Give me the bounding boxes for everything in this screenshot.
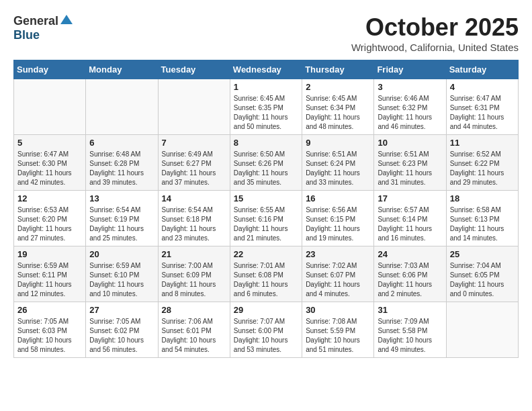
calendar-table: SundayMondayTuesdayWednesdayThursdayFrid… — [13, 60, 519, 358]
calendar-cell: 17Sunrise: 6:57 AM Sunset: 6:14 PM Dayli… — [374, 191, 446, 246]
day-info: Sunrise: 6:45 AM Sunset: 6:34 PM Dayligh… — [306, 94, 370, 132]
calendar-cell — [14, 79, 86, 135]
calendar-week-row: 1Sunrise: 6:45 AM Sunset: 6:35 PM Daylig… — [14, 79, 519, 135]
day-info: Sunrise: 7:06 AM Sunset: 6:01 PM Dayligh… — [162, 317, 226, 355]
day-number: 16 — [306, 193, 370, 203]
day-info: Sunrise: 6:47 AM Sunset: 6:31 PM Dayligh… — [450, 94, 515, 132]
calendar-week-row: 19Sunrise: 6:59 AM Sunset: 6:11 PM Dayli… — [14, 246, 519, 302]
location-text: Wrightwood, California, United States — [351, 42, 519, 53]
calendar-cell: 12Sunrise: 6:53 AM Sunset: 6:20 PM Dayli… — [14, 191, 86, 246]
page-header: General Blue October 2025 Wrightwood, Ca… — [13, 13, 519, 53]
day-info: Sunrise: 7:04 AM Sunset: 6:05 PM Dayligh… — [450, 261, 515, 299]
calendar-cell: 15Sunrise: 6:55 AM Sunset: 6:16 PM Dayli… — [230, 191, 302, 246]
day-number: 4 — [450, 82, 515, 92]
calendar-cell: 28Sunrise: 7:06 AM Sunset: 6:01 PM Dayli… — [158, 302, 230, 358]
day-number: 28 — [162, 305, 226, 315]
calendar-week-row: 26Sunrise: 7:05 AM Sunset: 6:03 PM Dayli… — [14, 302, 519, 358]
calendar-cell: 13Sunrise: 6:54 AM Sunset: 6:19 PM Dayli… — [86, 191, 158, 246]
day-number: 18 — [450, 193, 515, 203]
calendar-cell: 25Sunrise: 7:04 AM Sunset: 6:05 PM Dayli… — [446, 246, 518, 302]
day-number: 22 — [234, 249, 298, 259]
calendar-week-row: 5Sunrise: 6:47 AM Sunset: 6:30 PM Daylig… — [14, 135, 519, 191]
day-info: Sunrise: 6:48 AM Sunset: 6:28 PM Dayligh… — [89, 150, 154, 187]
day-info: Sunrise: 7:03 AM Sunset: 6:06 PM Dayligh… — [378, 261, 442, 299]
day-number: 13 — [89, 193, 154, 203]
day-info: Sunrise: 6:59 AM Sunset: 6:11 PM Dayligh… — [17, 261, 82, 299]
day-info: Sunrise: 6:45 AM Sunset: 6:35 PM Dayligh… — [234, 94, 298, 132]
day-info: Sunrise: 6:46 AM Sunset: 6:32 PM Dayligh… — [378, 94, 442, 132]
calendar-cell: 8Sunrise: 6:50 AM Sunset: 6:26 PM Daylig… — [230, 135, 302, 191]
calendar-cell: 24Sunrise: 7:03 AM Sunset: 6:06 PM Dayli… — [374, 246, 446, 302]
calendar-cell: 21Sunrise: 7:00 AM Sunset: 6:09 PM Dayli… — [158, 246, 230, 302]
day-info: Sunrise: 6:47 AM Sunset: 6:30 PM Dayligh… — [17, 150, 82, 187]
calendar-cell: 11Sunrise: 6:52 AM Sunset: 6:22 PM Dayli… — [446, 135, 518, 191]
day-number: 25 — [450, 249, 515, 259]
day-info: Sunrise: 6:54 AM Sunset: 6:18 PM Dayligh… — [162, 205, 226, 243]
calendar-cell: 19Sunrise: 6:59 AM Sunset: 6:11 PM Dayli… — [14, 246, 86, 302]
day-info: Sunrise: 7:05 AM Sunset: 6:02 PM Dayligh… — [89, 317, 154, 355]
weekday-header-tuesday: Tuesday — [158, 60, 230, 79]
day-info: Sunrise: 7:09 AM Sunset: 5:58 PM Dayligh… — [378, 317, 442, 355]
calendar-cell: 1Sunrise: 6:45 AM Sunset: 6:35 PM Daylig… — [230, 79, 302, 135]
day-number: 23 — [306, 249, 370, 259]
day-info: Sunrise: 7:00 AM Sunset: 6:09 PM Dayligh… — [162, 261, 226, 299]
day-number: 29 — [234, 305, 298, 315]
day-number: 15 — [234, 193, 298, 203]
day-number: 8 — [234, 138, 298, 148]
day-number: 10 — [378, 138, 442, 148]
day-info: Sunrise: 7:01 AM Sunset: 6:08 PM Dayligh… — [234, 261, 298, 299]
calendar-cell: 9Sunrise: 6:51 AM Sunset: 6:24 PM Daylig… — [302, 135, 374, 191]
day-info: Sunrise: 6:52 AM Sunset: 6:22 PM Dayligh… — [450, 150, 515, 187]
day-info: Sunrise: 7:05 AM Sunset: 6:03 PM Dayligh… — [17, 317, 82, 355]
day-number: 27 — [89, 305, 154, 315]
day-number: 2 — [306, 82, 370, 92]
month-title: October 2025 — [351, 13, 519, 42]
svg-marker-0 — [60, 15, 73, 24]
day-info: Sunrise: 6:51 AM Sunset: 6:23 PM Dayligh… — [378, 150, 442, 187]
calendar-cell: 3Sunrise: 6:46 AM Sunset: 6:32 PM Daylig… — [374, 79, 446, 135]
day-number: 11 — [450, 138, 515, 148]
day-number: 26 — [17, 305, 82, 315]
day-number: 31 — [378, 305, 442, 315]
calendar-cell: 10Sunrise: 6:51 AM Sunset: 6:23 PM Dayli… — [374, 135, 446, 191]
calendar-cell: 2Sunrise: 6:45 AM Sunset: 6:34 PM Daylig… — [302, 79, 374, 135]
logo-blue-text: Blue — [13, 28, 40, 42]
day-info: Sunrise: 6:58 AM Sunset: 6:13 PM Dayligh… — [450, 205, 515, 243]
weekday-header-friday: Friday — [374, 60, 446, 79]
day-number: 6 — [89, 138, 154, 148]
logo-triangle-icon — [60, 13, 73, 28]
day-info: Sunrise: 6:55 AM Sunset: 6:16 PM Dayligh… — [234, 205, 298, 243]
calendar-cell: 27Sunrise: 7:05 AM Sunset: 6:02 PM Dayli… — [86, 302, 158, 358]
weekday-header-saturday: Saturday — [446, 60, 518, 79]
day-number: 21 — [162, 249, 226, 259]
day-info: Sunrise: 6:54 AM Sunset: 6:19 PM Dayligh… — [89, 205, 154, 243]
weekday-header-sunday: Sunday — [14, 60, 86, 79]
day-info: Sunrise: 7:08 AM Sunset: 5:59 PM Dayligh… — [306, 317, 370, 355]
calendar-cell: 18Sunrise: 6:58 AM Sunset: 6:13 PM Dayli… — [446, 191, 518, 246]
day-number: 24 — [378, 249, 442, 259]
calendar-cell: 5Sunrise: 6:47 AM Sunset: 6:30 PM Daylig… — [14, 135, 86, 191]
day-info: Sunrise: 6:57 AM Sunset: 6:14 PM Dayligh… — [378, 205, 442, 243]
calendar-cell — [86, 79, 158, 135]
day-info: Sunrise: 6:49 AM Sunset: 6:27 PM Dayligh… — [162, 150, 226, 187]
calendar-cell: 4Sunrise: 6:47 AM Sunset: 6:31 PM Daylig… — [446, 79, 518, 135]
day-number: 7 — [162, 138, 226, 148]
calendar-cell: 14Sunrise: 6:54 AM Sunset: 6:18 PM Dayli… — [158, 191, 230, 246]
day-info: Sunrise: 6:56 AM Sunset: 6:15 PM Dayligh… — [306, 205, 370, 243]
calendar-cell: 31Sunrise: 7:09 AM Sunset: 5:58 PM Dayli… — [374, 302, 446, 358]
day-number: 14 — [162, 193, 226, 203]
day-info: Sunrise: 6:51 AM Sunset: 6:24 PM Dayligh… — [306, 150, 370, 187]
day-number: 12 — [17, 193, 82, 203]
calendar-cell: 30Sunrise: 7:08 AM Sunset: 5:59 PM Dayli… — [302, 302, 374, 358]
day-number: 17 — [378, 193, 442, 203]
calendar-cell — [446, 302, 518, 358]
logo-general-text: General — [13, 14, 58, 28]
day-number: 9 — [306, 138, 370, 148]
calendar-cell — [158, 79, 230, 135]
day-number: 3 — [378, 82, 442, 92]
calendar-cell: 20Sunrise: 6:59 AM Sunset: 6:10 PM Dayli… — [86, 246, 158, 302]
day-number: 30 — [306, 305, 370, 315]
day-number: 19 — [17, 249, 82, 259]
day-info: Sunrise: 7:02 AM Sunset: 6:07 PM Dayligh… — [306, 261, 370, 299]
calendar-cell: 7Sunrise: 6:49 AM Sunset: 6:27 PM Daylig… — [158, 135, 230, 191]
